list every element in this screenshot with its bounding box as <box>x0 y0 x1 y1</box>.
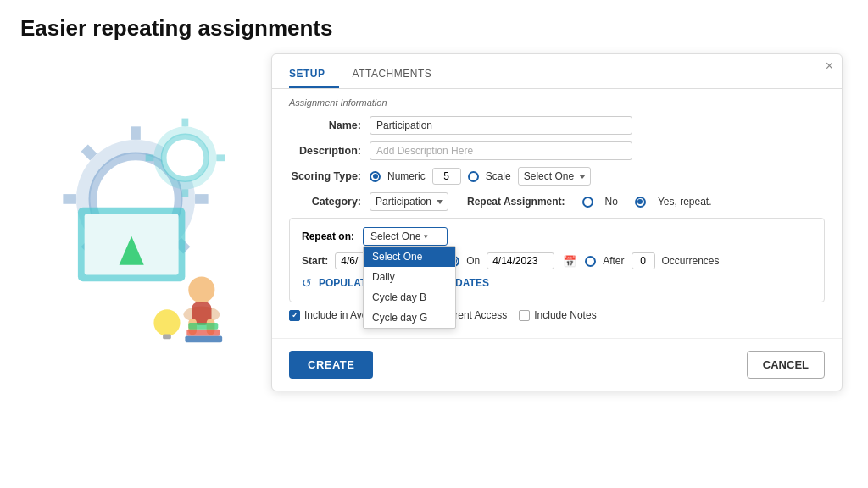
scale-label: Scale <box>486 170 511 182</box>
refresh-icon: ↺ <box>302 276 312 290</box>
scoring-row: Scoring Type: Numeric Scale Select One <box>289 167 825 186</box>
category-label: Category: <box>289 196 370 208</box>
repeat-label: Repeat Assignment: <box>467 196 565 208</box>
repeat-yes-label: Yes, repeat. <box>658 196 712 208</box>
close-button[interactable]: × <box>826 59 833 73</box>
tab-setup[interactable]: SETUP <box>289 61 339 88</box>
dropdown-item-cycle-b[interactable]: Cycle day B <box>364 287 455 308</box>
end-on-label: On <box>466 255 480 267</box>
name-label: Name: <box>289 119 370 131</box>
section-label: Assignment Information <box>289 97 825 108</box>
occurrences-label: Occurrences <box>662 255 720 267</box>
svg-rect-30 <box>188 323 218 330</box>
repeat-yes-radio[interactable] <box>635 197 646 208</box>
name-row: Name: <box>289 116 825 135</box>
dropdown-item-cycle-g[interactable]: Cycle day G <box>364 308 455 328</box>
desc-row: Description: <box>289 141 825 160</box>
repeat-on-dropdown[interactable]: Select One ▾ Select One Daily Cycle day … <box>363 227 448 246</box>
modal-panel: × SETUP ATTACHMENTS Assignment Informati… <box>271 53 843 391</box>
illustration-area <box>0 50 271 406</box>
category-select[interactable]: Participation <box>370 192 448 211</box>
modal-footer: CREATE CANCEL <box>272 338 842 391</box>
dropdown-item-select-one[interactable]: Select One <box>364 247 455 267</box>
svg-rect-29 <box>186 330 220 336</box>
dropdown-item-daily[interactable]: Daily <box>364 267 455 287</box>
scale-radio[interactable] <box>468 171 479 182</box>
repeat-no-radio[interactable] <box>582 197 593 208</box>
occurrences-input[interactable] <box>632 252 655 269</box>
svg-rect-27 <box>163 335 171 340</box>
end-date-input[interactable] <box>487 252 554 269</box>
numeric-label: Numeric <box>387 170 426 182</box>
calendar-icon[interactable]: 📅 <box>561 255 578 268</box>
tab-attachments[interactable]: ATTACHMENTS <box>353 61 446 88</box>
svg-rect-28 <box>185 336 222 342</box>
include-notes-checkbox[interactable]: Include Notes <box>519 309 596 321</box>
repeat-on-label: Repeat on: <box>302 230 354 242</box>
scale-select[interactable]: Select One <box>518 167 591 186</box>
dropdown-menu: Select One Daily Cycle day B Cycle day G <box>363 246 456 329</box>
select-trigger[interactable]: Select One ▾ <box>363 227 448 246</box>
svg-point-26 <box>153 309 180 336</box>
svg-line-7 <box>85 148 94 158</box>
create-button[interactable]: CREATE <box>289 351 373 379</box>
desc-label: Description: <box>289 145 370 157</box>
numeric-radio[interactable] <box>370 171 381 182</box>
name-input[interactable] <box>370 116 632 135</box>
svg-point-22 <box>188 276 214 302</box>
include-average-box: ✓ <box>289 310 300 321</box>
include-notes-label: Include Notes <box>534 309 596 321</box>
category-row: Category: Participation Repeat Assignmen… <box>289 192 825 211</box>
page-title: Easier repeating assignments <box>0 0 868 50</box>
cancel-button[interactable]: CANCEL <box>747 351 825 379</box>
modal-tabs: SETUP ATTACHMENTS <box>272 61 842 89</box>
start-label: Start: <box>302 255 328 267</box>
chevron-down-icon: ▾ <box>424 232 428 241</box>
score-value-input[interactable] <box>432 168 461 185</box>
include-notes-box <box>519 310 530 321</box>
scoring-label: Scoring Type: <box>289 170 370 182</box>
repeat-box: Repeat on: Select One ▾ Select One Daily… <box>289 218 825 302</box>
include-average-check: ✓ <box>292 311 298 319</box>
desc-input[interactable] <box>370 141 632 160</box>
select-trigger-text: Select One <box>370 230 420 242</box>
after-label: After <box>603 255 624 267</box>
repeat-no-label: No <box>605 196 618 208</box>
repeat-on-row: Repeat on: Select One ▾ Select One Daily… <box>302 227 812 246</box>
after-radio[interactable] <box>585 256 596 267</box>
